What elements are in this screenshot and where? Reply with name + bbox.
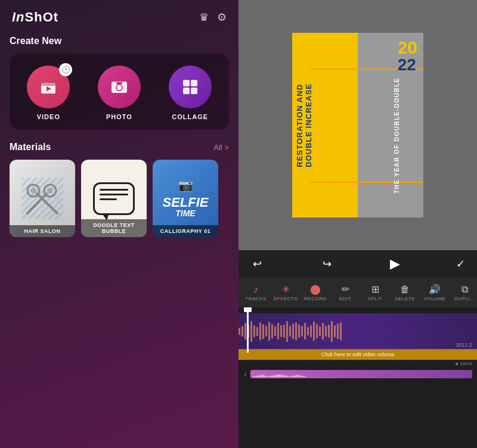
waveform-bar bbox=[322, 323, 324, 340]
svg-rect-1 bbox=[41, 83, 55, 86]
svg-rect-6 bbox=[116, 82, 122, 84]
waveform-bar bbox=[295, 322, 297, 340]
waveform-bar bbox=[277, 323, 279, 340]
materials-grid: HAIR SALON DOODLE TEXT BUBBLE bbox=[10, 160, 229, 237]
svg-rect-8 bbox=[191, 80, 197, 86]
music-track-row: ♪ ▁▂▃▂▁▂▃▄▃▂▁▂▃▂▁ bbox=[238, 368, 477, 381]
svg-point-15 bbox=[30, 188, 36, 194]
poster-right-text: THE YEAR OF DOUBLE-DOUBLE bbox=[394, 63, 401, 209]
tracks-icon: ♪ bbox=[253, 284, 258, 295]
svg-point-16 bbox=[47, 188, 53, 194]
material-hair-salon[interactable]: HAIR SALON bbox=[10, 160, 75, 237]
waveform-bar bbox=[316, 324, 318, 338]
volume-label: VOLUME bbox=[424, 296, 446, 301]
material-doodle-text-bubble[interactable]: DOODLE TEXT BUBBLE bbox=[81, 160, 147, 237]
record-label: RECORD bbox=[304, 296, 327, 301]
doodle-line-2 bbox=[100, 194, 128, 195]
tool-dupli[interactable]: ⧉ DUPLI... bbox=[450, 282, 477, 304]
clock-badge: 🕐 bbox=[59, 63, 72, 76]
svg-rect-10 bbox=[191, 88, 197, 94]
controls-bar: ↩ ↪ ▶ ✓ bbox=[238, 250, 477, 278]
selfie-camera-icon: 📷 bbox=[178, 178, 193, 192]
app-header: InShOt ♛ ⚙ bbox=[0, 0, 238, 31]
timeline-zoom-label: ◄ 100% bbox=[238, 360, 477, 368]
calligraphy-label: CALLIGRAPHY 01 bbox=[153, 225, 218, 237]
tool-record[interactable]: ⬤ RECORD bbox=[301, 281, 330, 304]
timeline-area[interactable]: 2011 2 Click here to edit video volume ◄… bbox=[238, 307, 477, 448]
hair-salon-label: HAIR SALON bbox=[10, 225, 75, 237]
svg-point-5 bbox=[117, 85, 122, 90]
doodle-label: DOODLE TEXT BUBBLE bbox=[81, 219, 147, 237]
materials-all-link[interactable]: All > bbox=[213, 143, 229, 152]
waveform-bars bbox=[238, 319, 342, 343]
create-collage-circle bbox=[169, 66, 212, 108]
create-video-label: VIDEO bbox=[37, 113, 60, 120]
left-panel: InShOt ♛ ⚙ Create New 🕐 VIDEO bbox=[0, 0, 238, 448]
preview-content: Restoration andDouble Increase 20 22 THE… bbox=[238, 0, 477, 250]
crown-icon[interactable]: ♛ bbox=[199, 11, 209, 24]
music-waveform: ▁▂▃▂▁▂▃▄▃▂▁▂▃▂▁ bbox=[253, 372, 306, 377]
waveform-bar bbox=[310, 325, 312, 337]
selfie-text: SELFIE TIME bbox=[162, 196, 208, 218]
collage-icon bbox=[182, 79, 199, 95]
waveform-bar bbox=[331, 321, 333, 342]
create-photo-item[interactable]: PHOTO bbox=[98, 66, 141, 120]
timeline-timestamp: 2011 2 bbox=[456, 342, 472, 348]
waveform-bar bbox=[271, 324, 273, 338]
timeline-volume-hint[interactable]: Click here to edit video volume bbox=[238, 349, 477, 360]
scissors-container bbox=[10, 167, 75, 229]
waveform-bar bbox=[259, 322, 261, 340]
create-collage-label: COLLAGE bbox=[172, 113, 208, 120]
tool-effects[interactable]: ✳ EFFECTS bbox=[271, 281, 301, 304]
material-calligraphy-01[interactable]: 📷 SELFIE TIME CALLIGRAPHY 01 bbox=[153, 160, 218, 237]
waveform-bar bbox=[280, 325, 282, 337]
waveform-bar bbox=[307, 327, 309, 335]
waveform-bar bbox=[238, 328, 240, 335]
waveform-bar bbox=[262, 324, 264, 339]
materials-header: Materials All > bbox=[10, 142, 229, 153]
check-button[interactable]: ✓ bbox=[456, 257, 465, 270]
redo-button[interactable]: ↪ bbox=[320, 255, 334, 273]
svg-rect-7 bbox=[183, 80, 190, 86]
delete-label: DELETE bbox=[395, 296, 415, 301]
delete-icon: 🗑 bbox=[400, 284, 410, 295]
video-preview: Restoration andDouble Increase 20 22 THE… bbox=[238, 0, 477, 250]
waveform-bar bbox=[319, 326, 321, 336]
waveform-bar bbox=[337, 323, 339, 339]
doodle-line-3 bbox=[100, 198, 117, 200]
doodle-lines bbox=[95, 184, 133, 205]
waveform-bar bbox=[265, 326, 267, 337]
tool-tracks[interactable]: ♪ TRACKS bbox=[241, 282, 271, 304]
gear-icon[interactable]: ⚙ bbox=[217, 11, 227, 24]
volume-icon: 🔊 bbox=[429, 284, 441, 295]
right-panel: Restoration andDouble Increase 20 22 THE… bbox=[238, 0, 477, 448]
create-new-title: Create New bbox=[10, 36, 229, 46]
split-label: SPLIT bbox=[368, 296, 383, 301]
waveform-bar bbox=[328, 325, 330, 338]
video-clapperboard-icon bbox=[39, 78, 57, 96]
scissors-icon bbox=[21, 178, 63, 219]
timeline-video-track[interactable]: 2011 2 bbox=[238, 313, 477, 349]
split-icon: ⊞ bbox=[371, 284, 379, 295]
play-button[interactable]: ▶ bbox=[390, 256, 400, 272]
create-collage-item[interactable]: COLLAGE bbox=[169, 66, 212, 120]
music-note-icon: ♪ bbox=[243, 370, 247, 378]
effects-icon: ✳ bbox=[282, 284, 290, 295]
create-video-circle: 🕐 bbox=[27, 66, 70, 108]
create-video-item[interactable]: 🕐 VIDEO bbox=[27, 66, 70, 120]
tool-split[interactable]: ⊞ SPLIT bbox=[360, 281, 390, 304]
create-new-card: 🕐 VIDEO bbox=[10, 54, 229, 130]
waveform-bar bbox=[286, 321, 288, 342]
dupli-icon: ⧉ bbox=[461, 284, 468, 295]
header-icons: ♛ ⚙ bbox=[199, 11, 227, 24]
materials-title: Materials bbox=[10, 142, 51, 153]
waveform-bar bbox=[334, 325, 336, 337]
undo-button[interactable]: ↩ bbox=[250, 255, 264, 273]
waveform-bar bbox=[241, 326, 243, 337]
timeline-playhead[interactable] bbox=[247, 310, 249, 353]
tool-volume[interactable]: 🔊 VOLUME bbox=[420, 281, 450, 304]
waveform-bar bbox=[274, 326, 276, 336]
tool-delete[interactable]: 🗑 DELETE bbox=[390, 282, 420, 304]
music-bar[interactable]: ▁▂▃▂▁▂▃▄▃▂▁▂▃▂▁ bbox=[250, 370, 472, 378]
tool-edit[interactable]: ✏ EDIT bbox=[330, 281, 360, 304]
